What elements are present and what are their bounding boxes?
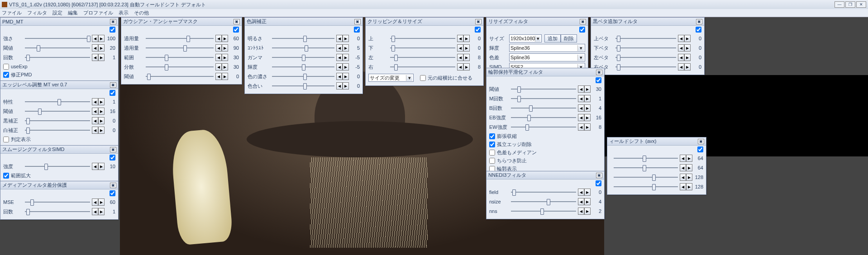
panel-collapse-icon[interactable]: ▣ [475, 19, 482, 24]
spin-right-icon[interactable]: ▶ [684, 44, 691, 52]
spin-left-icon[interactable]: ◀ [92, 44, 98, 52]
spin-right-icon[interactable]: ▶ [584, 95, 591, 102]
spin-right-icon[interactable]: ▶ [684, 54, 691, 61]
spin-right-icon[interactable]: ▶ [222, 54, 228, 61]
spin-left-icon[interactable]: ◀ [215, 63, 222, 71]
spin-left-icon[interactable]: ◀ [680, 155, 686, 162]
checkbox[interactable] [3, 64, 9, 70]
algo-combo[interactable]: Spline36▾ [509, 44, 585, 52]
slider[interactable] [511, 95, 576, 102]
checkbox-row[interactable]: 孤立エッジ削除 [489, 140, 601, 148]
spin-right-icon[interactable]: ▶ [343, 44, 349, 52]
panel-header[interactable]: スムージングフィルタSIMD ▣ [0, 146, 118, 154]
panel-collapse-icon[interactable]: ▣ [580, 19, 586, 24]
slider[interactable] [511, 85, 576, 93]
size-combo[interactable]: 1920x1080▾ [509, 34, 542, 42]
spin-right-icon[interactable]: ▶ [222, 63, 228, 71]
checkbox[interactable] [489, 150, 495, 156]
panel-header[interactable]: PMD_MT ▣ [0, 18, 118, 26]
slider[interactable] [272, 73, 334, 80]
spin-left-icon[interactable]: ◀ [336, 82, 343, 90]
slider[interactable] [390, 44, 455, 52]
slider[interactable] [615, 54, 676, 61]
spin-left-icon[interactable]: ◀ [336, 63, 343, 71]
panel-collapse-icon[interactable]: ▣ [596, 173, 602, 178]
spin-right-icon[interactable]: ▶ [463, 35, 470, 42]
panel-header[interactable]: NNEDI3フィルタ ▣ [486, 171, 604, 179]
delete-button[interactable]: 削除 [561, 34, 577, 42]
checkbox[interactable] [3, 137, 9, 142]
checkbox[interactable] [420, 75, 426, 81]
menu-profile[interactable]: プロファイル [83, 9, 113, 16]
spin-left-icon[interactable]: ◀ [457, 54, 463, 61]
spin-left-icon[interactable]: ◀ [578, 198, 584, 205]
spin-left-icon[interactable]: ◀ [336, 35, 343, 42]
spin-right-icon[interactable]: ▶ [686, 155, 692, 162]
slider[interactable] [25, 98, 90, 105]
spin-right-icon[interactable]: ▶ [98, 127, 105, 134]
spin-left-icon[interactable]: ◀ [92, 163, 98, 170]
spin-right-icon[interactable]: ▶ [343, 54, 349, 61]
slider[interactable] [615, 35, 676, 42]
aspect-checkbox-row[interactable]: 元の縦横比に合せる [420, 74, 472, 82]
spin-left-icon[interactable]: ◀ [680, 183, 686, 190]
panel-header[interactable]: ィールドシフト (avx) ▣ [607, 137, 706, 146]
spin-right-icon[interactable]: ▶ [343, 35, 349, 42]
panel-enable-checkbox[interactable] [110, 190, 115, 196]
spin-right-icon[interactable]: ▶ [463, 54, 470, 61]
spin-right-icon[interactable]: ▶ [98, 98, 105, 105]
panel-collapse-icon[interactable]: ▣ [698, 139, 704, 144]
slider[interactable] [25, 198, 90, 206]
spin-left-icon[interactable]: ◀ [578, 104, 584, 112]
spin-right-icon[interactable]: ▶ [584, 189, 591, 196]
panel-enable-checkbox[interactable] [596, 180, 601, 186]
checkbox[interactable] [489, 158, 495, 164]
spin-right-icon[interactable]: ▶ [222, 35, 228, 42]
slider[interactable] [25, 117, 90, 124]
panel-collapse-icon[interactable]: ▣ [596, 70, 602, 75]
algo-combo[interactable]: Spline36▾ [509, 53, 585, 61]
panel-enable-checkbox[interactable] [696, 27, 701, 33]
spin-right-icon[interactable]: ▶ [684, 63, 691, 71]
spin-right-icon[interactable]: ▶ [584, 85, 591, 93]
spin-left-icon[interactable]: ◀ [678, 63, 684, 71]
slider[interactable] [25, 35, 90, 42]
add-button[interactable]: 追加 [544, 34, 561, 42]
checkbox-row[interactable]: 判定表示 [3, 135, 115, 143]
slider[interactable] [615, 63, 676, 71]
spin-right-icon[interactable]: ▶ [684, 35, 691, 42]
spin-left-icon[interactable]: ◀ [92, 198, 98, 206]
spin-left-icon[interactable]: ◀ [578, 208, 584, 215]
slider[interactable] [614, 164, 678, 171]
slider[interactable] [146, 54, 214, 61]
slider[interactable] [272, 54, 334, 61]
checkbox-row[interactable]: 範囲拡大 [3, 171, 115, 179]
checkbox[interactable] [3, 72, 9, 78]
slider[interactable] [614, 183, 678, 190]
slider[interactable] [511, 189, 576, 196]
spin-right-icon[interactable]: ▶ [98, 54, 105, 61]
panel-header[interactable]: 輪郭保持平滑化フィルタ ▣ [486, 68, 604, 76]
spin-left-icon[interactable]: ◀ [336, 44, 343, 52]
slider[interactable] [511, 198, 576, 205]
spin-right-icon[interactable]: ▶ [584, 114, 591, 121]
slider[interactable] [25, 44, 90, 52]
slider[interactable] [511, 104, 576, 112]
spin-right-icon[interactable]: ▶ [98, 44, 105, 52]
panel-header[interactable]: 黒ベタ追加フィルタ ▣ [591, 18, 704, 26]
spin-left-icon[interactable]: ◀ [457, 35, 463, 42]
spin-right-icon[interactable]: ▶ [584, 123, 591, 131]
spin-left-icon[interactable]: ◀ [215, 35, 222, 42]
spin-right-icon[interactable]: ▶ [343, 82, 349, 90]
spin-right-icon[interactable]: ▶ [98, 163, 105, 170]
menu-view[interactable]: 表示 [119, 9, 129, 16]
spin-left-icon[interactable]: ◀ [92, 98, 98, 105]
spin-left-icon[interactable]: ◀ [678, 44, 684, 52]
slider[interactable] [272, 82, 334, 90]
slider[interactable] [614, 155, 678, 162]
resize-mode-combo[interactable]: サイズの変更▾ [368, 74, 414, 82]
spin-left-icon[interactable]: ◀ [92, 117, 98, 124]
slider[interactable] [146, 63, 214, 71]
menu-other[interactable]: その他 [134, 9, 149, 16]
panel-header[interactable]: メディアンフィルタ差分保護 ▣ [0, 181, 118, 189]
